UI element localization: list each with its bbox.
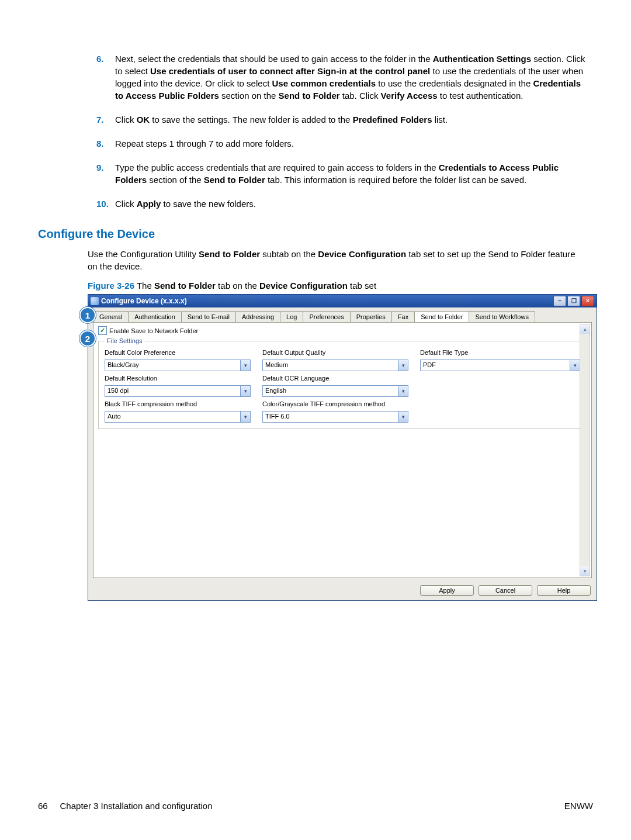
step-9: 9. Type the public access credentials th… [96, 161, 587, 186]
step-8: 8. Repeat steps 1 through 7 to add more … [96, 137, 587, 150]
tab-panel: ✓ Enable Save to Network Folder File Set… [93, 322, 592, 578]
page-footer: 66 Chapter 3 Installation and configurat… [38, 801, 593, 811]
step-body: Click OK to save the settings. The new f… [115, 113, 587, 126]
close-button[interactable]: × [581, 296, 594, 306]
footer-right: ENWW [564, 801, 593, 811]
label-resolution: Default Resolution [105, 375, 251, 382]
figure-caption: Figure 3-26 The Send to Folder tab on th… [88, 281, 593, 291]
combo-file-type[interactable]: PDF▾ [420, 359, 580, 371]
tab-fax[interactable]: Fax [391, 311, 415, 322]
chevron-down-icon[interactable]: ▾ [240, 360, 250, 371]
combo-ocr-language[interactable]: English▾ [262, 385, 408, 397]
page-number: 66 [38, 801, 48, 811]
section-heading: Configure the Device [38, 227, 593, 241]
intro-paragraph: Use the Configuration Utility Send to Fo… [88, 248, 587, 272]
configure-device-window: Configure Device (x.x.x.x) – ❐ × General… [88, 294, 597, 601]
chevron-down-icon[interactable]: ▾ [240, 412, 250, 422]
label-ocr-language: Default OCR Language [262, 375, 408, 382]
combo-output-quality[interactable]: Medium▾ [262, 359, 408, 371]
tab-send-to-email[interactable]: Send to E-mail [181, 311, 236, 322]
window-titlebar[interactable]: Configure Device (x.x.x.x) – ❐ × [88, 295, 597, 307]
step-body: Next, select the credentials that should… [115, 53, 587, 102]
step-body: Click Apply to save the new folders. [115, 198, 587, 210]
label-output-quality: Default Output Quality [262, 349, 408, 356]
step-number: 8. [96, 137, 115, 150]
file-settings-fieldset: File Settings Default Color Preference D… [98, 337, 587, 429]
enable-save-label: Enable Save to Network Folder [109, 327, 198, 334]
tab-general[interactable]: General [93, 311, 129, 322]
step-number: 10. [96, 198, 115, 210]
chevron-down-icon[interactable]: ▾ [398, 360, 408, 371]
label-file-type: Default File Type [420, 349, 580, 356]
step-10: 10. Click Apply to save the new folders. [96, 198, 587, 210]
step-body: Repeat steps 1 through 7 to add more fol… [115, 137, 587, 150]
chevron-down-icon[interactable]: ▾ [240, 386, 250, 396]
app-icon [91, 297, 99, 305]
combo-color-pref[interactable]: Black/Gray▾ [105, 359, 251, 371]
maximize-button[interactable]: ❐ [567, 296, 580, 306]
label-color-tiff: Color/Grayscale TIFF compression method [262, 400, 408, 407]
callout-1: 1 [79, 307, 96, 323]
cancel-button[interactable]: Cancel [479, 585, 532, 596]
tab-send-to-folder[interactable]: Send to Folder [414, 311, 469, 322]
step-number: 7. [96, 113, 115, 126]
figure-wrap: 1 2 Configure Device (x.x.x.x) – ❐ × Gen… [88, 294, 593, 601]
scroll-down-icon[interactable]: ▾ [580, 566, 590, 576]
chapter-label: Chapter 3 Installation and configuration [60, 801, 213, 811]
tab-preferences[interactable]: Preferences [303, 311, 350, 322]
help-button[interactable]: Help [537, 585, 591, 596]
label-black-tiff: Black TIFF compression method [105, 400, 251, 407]
chevron-down-icon[interactable]: ▾ [398, 386, 408, 396]
step-7: 7. Click OK to save the settings. The ne… [96, 113, 587, 126]
combo-resolution[interactable]: 150 dpi▾ [105, 385, 251, 397]
tab-properties[interactable]: Properties [350, 311, 392, 322]
tab-send-to-workflows[interactable]: Send to Workflows [469, 311, 535, 322]
dialog-button-bar: Apply Cancel Help [88, 582, 597, 600]
step-number: 9. [96, 161, 115, 186]
label-color-pref: Default Color Preference [105, 349, 251, 356]
scroll-up-icon[interactable]: ▴ [580, 324, 590, 334]
step-body: Type the public access credentials that … [115, 161, 587, 186]
window-title: Configure Device (x.x.x.x) [101, 297, 553, 305]
tab-authentication[interactable]: Authentication [128, 311, 182, 322]
tab-strip: General Authentication Send to E-mail Ad… [88, 307, 597, 322]
enable-save-row[interactable]: ✓ Enable Save to Network Folder [98, 326, 587, 335]
step-6: 6. Next, select the credentials that sho… [96, 53, 587, 102]
step-number: 6. [96, 53, 115, 102]
combo-color-tiff[interactable]: TIFF 6.0▾ [262, 411, 408, 423]
apply-button[interactable]: Apply [420, 585, 474, 596]
minimize-button[interactable]: – [553, 296, 566, 306]
fieldset-legend: File Settings [105, 337, 145, 344]
chevron-down-icon[interactable]: ▾ [398, 412, 408, 422]
tab-addressing[interactable]: Addressing [235, 311, 280, 322]
vertical-scrollbar[interactable]: ▴ ▾ [580, 324, 590, 576]
chevron-down-icon[interactable]: ▾ [570, 360, 580, 371]
checkbox-icon[interactable]: ✓ [98, 326, 107, 335]
callout-2: 2 [79, 330, 96, 347]
combo-black-tiff[interactable]: Auto▾ [105, 411, 251, 423]
tab-log[interactable]: Log [280, 311, 303, 322]
